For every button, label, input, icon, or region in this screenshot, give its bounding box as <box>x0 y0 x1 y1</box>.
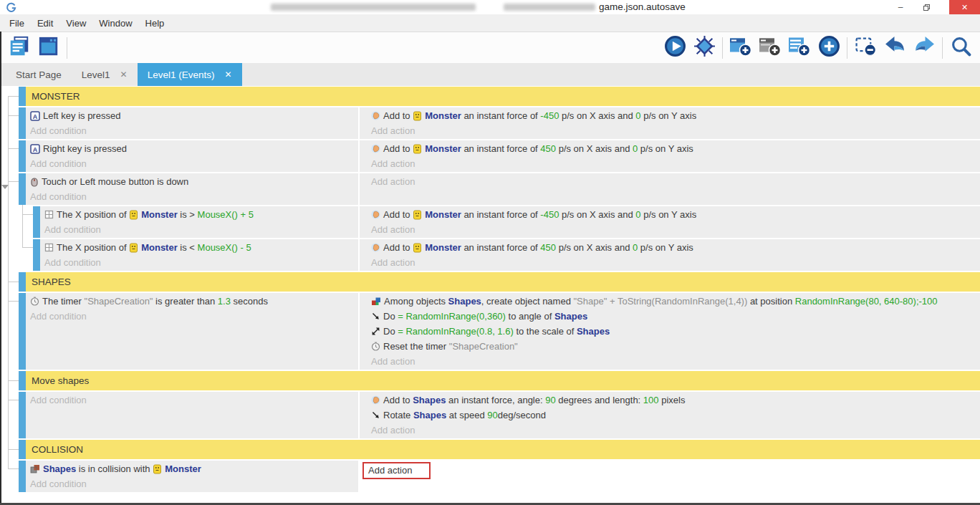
force-icon <box>371 395 380 405</box>
text-segment: > <box>189 209 197 220</box>
add-action-button[interactable]: Add action <box>360 354 980 369</box>
conditions-cell: ARight key is pressedAdd condition <box>19 140 360 172</box>
tab-label: Level1 (Events) <box>148 69 215 80</box>
restore-button[interactable] <box>916 0 937 14</box>
menu-item-window[interactable]: Window <box>92 18 138 29</box>
text-segment: The X position of <box>57 209 129 220</box>
action[interactable]: Add to Monster an instant force of -450 … <box>360 207 980 222</box>
add-condition-button[interactable]: Add condition <box>33 222 358 237</box>
add-action-button[interactable]: Add action <box>360 156 980 171</box>
tree-line <box>22 214 33 215</box>
rotate-icon <box>371 312 380 321</box>
undo-button[interactable] <box>883 36 907 60</box>
action[interactable]: Add to Monster an instant force of 450 p… <box>360 240 980 255</box>
add-subevent-button[interactable] <box>787 36 812 60</box>
conditions-cell: The timer "ShapeCreation" is greater tha… <box>19 293 360 370</box>
xpos-icon <box>44 210 54 219</box>
condition[interactable]: Touch or Left mouse button is down <box>19 174 358 189</box>
scale-icon <box>371 327 380 336</box>
minimize-button[interactable]: – <box>890 0 911 14</box>
text-segment: Monster <box>141 242 178 253</box>
collapse-arrow-icon[interactable] <box>1 185 9 189</box>
close-button[interactable]: ✕ <box>949 0 980 14</box>
add-new-button[interactable] <box>817 36 841 60</box>
menu-item-view[interactable]: View <box>59 18 92 29</box>
add-action-button[interactable]: Add action <box>360 174 980 189</box>
text-segment: RandomInRange(80, 640-80);-100 <box>795 296 938 307</box>
actions-cell: Among objects Shapes, create object name… <box>360 293 980 370</box>
redo-button[interactable] <box>912 36 936 60</box>
condition[interactable]: Shapes is in collision with Monster <box>19 461 358 476</box>
text-segment: Rotate <box>383 410 413 420</box>
text-segment: is <box>178 242 190 253</box>
add-condition-button[interactable]: Add condition <box>19 476 358 491</box>
event-row: Add conditionAdd to Shapes an instant fo… <box>19 392 980 438</box>
comment-row[interactable]: Move shapes <box>19 371 980 390</box>
action[interactable]: Add to Monster an instant force of -450 … <box>360 108 980 123</box>
condition[interactable]: ARight key is pressed <box>19 141 358 156</box>
condition[interactable]: ALeft key is pressed <box>19 108 358 123</box>
comment-row[interactable]: COLLISION <box>19 440 980 459</box>
action[interactable]: Among objects Shapes, create object name… <box>360 294 980 309</box>
text-segment: 0 <box>633 242 638 253</box>
add-condition-button[interactable]: Add condition <box>19 123 358 138</box>
tab-start-page[interactable]: Start Page <box>6 63 72 86</box>
condition[interactable]: The timer "ShapeCreation" is greater tha… <box>19 294 358 309</box>
add-comment-button[interactable] <box>758 36 782 60</box>
comment-row[interactable]: SHAPES <box>19 272 980 292</box>
condition[interactable]: The X position of Monster is < MouseX() … <box>33 240 358 255</box>
add-action-highlighted[interactable]: Add action <box>362 462 431 479</box>
condition[interactable]: The X position of Monster is > MouseX() … <box>33 207 358 222</box>
force-icon <box>371 144 380 153</box>
add-action-button[interactable]: Add action <box>360 123 980 138</box>
force-icon <box>371 111 380 120</box>
tab-close-icon[interactable]: ✕ <box>120 69 128 80</box>
add-condition-button[interactable]: Add condition <box>19 156 358 171</box>
debug-button[interactable] <box>692 36 716 60</box>
actions-cell: Add action <box>360 173 980 205</box>
add-condition-button[interactable]: Add condition <box>19 393 358 408</box>
text-segment: = RandomInRange(0.8, 1.6) <box>398 326 514 337</box>
text-segment: an instant force, angle: <box>446 395 545 405</box>
add-action-button[interactable]: Add action <box>360 461 980 479</box>
action[interactable]: Reset the timer "ShapeCreation" <box>360 339 980 354</box>
text-segment: is <box>178 209 190 220</box>
search-button[interactable] <box>948 36 973 60</box>
action[interactable]: Add to Monster an instant force of 450 p… <box>360 141 980 156</box>
scene-editor-button[interactable] <box>37 36 61 60</box>
text-segment: p/s on Y axis <box>641 209 697 220</box>
tab-level1[interactable]: Level1✕ <box>72 63 138 86</box>
tab-close-icon[interactable]: ✕ <box>224 69 231 80</box>
add-condition-button[interactable]: Add condition <box>19 309 358 324</box>
undo-icon <box>883 35 907 60</box>
action[interactable]: Do = RandomInRange(0,360) to angle of Sh… <box>360 309 980 324</box>
add-action-button[interactable]: Add action <box>360 222 980 237</box>
tab-level1-events-[interactable]: Level1 (Events)✕ <box>138 63 242 86</box>
add-action-button[interactable]: Add action <box>360 255 980 270</box>
menu-item-edit[interactable]: Edit <box>31 18 59 29</box>
delete-event-button[interactable] <box>853 36 878 60</box>
tree-line <box>8 148 19 149</box>
action[interactable]: Do = RandomInRange(0.8, 1.6) to the scal… <box>360 324 980 339</box>
menu-item-help[interactable]: Help <box>139 18 171 29</box>
toolbar <box>0 32 980 63</box>
add-condition-label: Add condition <box>30 158 87 169</box>
add-condition-button[interactable]: Add condition <box>19 189 358 204</box>
add-condition-button[interactable]: Add condition <box>33 255 358 270</box>
text-segment: Shapes <box>448 296 481 307</box>
add-action-button[interactable]: Add action <box>360 423 980 438</box>
project-manager-button[interactable] <box>7 36 32 60</box>
add-action-label: Add action <box>371 257 415 268</box>
debug-icon <box>693 35 716 60</box>
text-segment: an instant force of <box>461 110 541 121</box>
play-button[interactable] <box>663 36 687 60</box>
action[interactable]: Add to Shapes an instant force, angle: 9… <box>360 393 980 408</box>
restore-icon <box>923 4 931 11</box>
tree-line <box>8 96 19 97</box>
action[interactable]: Rotate Shapes at speed 90deg/second <box>360 408 980 423</box>
menu-item-file[interactable]: File <box>3 18 31 29</box>
comment-row[interactable]: MONSTER <box>19 87 980 106</box>
add-event-button[interactable] <box>729 36 753 60</box>
conditions-cell: Touch or Left mouse button is downAdd co… <box>19 173 360 205</box>
add-action-label: Add action <box>371 125 415 136</box>
